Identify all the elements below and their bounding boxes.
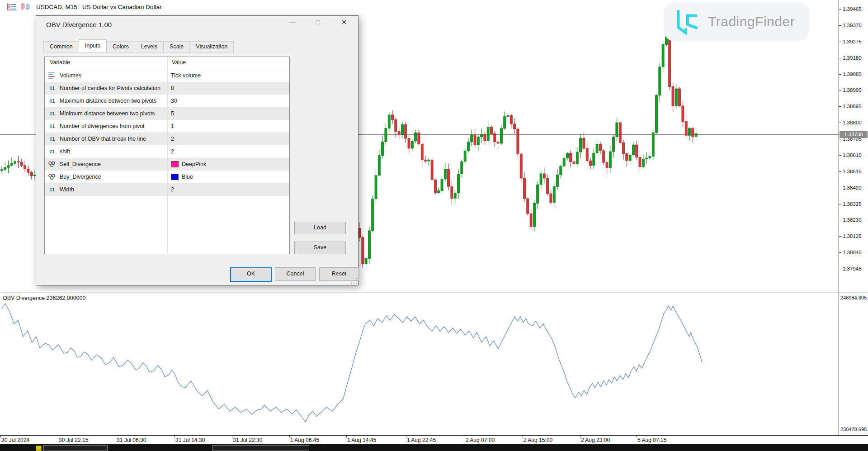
param-label: Width [60,186,74,193]
scale-separator[interactable] [839,0,839,435]
variable-column-header: Variable [50,59,70,66]
param-value[interactable]: 30 [171,98,177,104]
color-input-icon [48,161,56,167]
param-value[interactable]: 2 [171,148,174,155]
price-tick-label: 1.38230 [843,217,862,223]
indicator-name-label: OBV Divergence 236262.000000 [3,295,85,301]
price-tick-label: 1.39180 [843,55,862,61]
ok-button[interactable]: OK [230,267,272,282]
price-tick-label: 1.39465 [843,6,862,12]
integer-input-icon: 01 [48,98,56,104]
param-value-text: 8 [171,85,174,91]
param-label: Volumes [60,72,81,79]
column-divider[interactable] [167,57,168,254]
param-value[interactable]: 8 [171,85,174,91]
param-value[interactable]: 2 [171,136,174,142]
tab-inputs[interactable]: Inputs [79,39,107,52]
obv-indicator-panel[interactable]: OBV Divergence 236262.000000 [0,293,839,435]
dialog-tabs: CommonInputsColorsLevelsScaleVisualizati… [43,39,233,52]
tab-visualization[interactable]: Visualization [189,41,234,52]
price-tick-label: 1.38040 [843,250,862,255]
bottom-bar-tab-1[interactable] [43,445,108,451]
price-tick [839,9,841,9]
price-tick-label: 1.38610 [843,152,862,158]
tab-common[interactable]: Common [43,41,79,52]
save-button[interactable]: Save [294,242,346,254]
param-value[interactable]: 5 [171,110,174,117]
time-tick [580,436,580,437]
time-tick [232,436,232,437]
price-tick [839,220,841,220]
integer-input-icon: 01 [48,85,56,91]
integer-input-icon: 01 [48,136,56,142]
integer-input-icon: 01 [48,123,56,129]
time-label: 31 Jul 06:30 [117,437,146,443]
price-tick [839,236,841,237]
load-button[interactable]: Load [294,222,346,234]
param-value[interactable]: DeepPink [171,161,206,167]
price-tick-label: 1.38990 [843,87,862,93]
price-tick [839,90,841,90]
param-value-text: DeepPink [182,161,206,167]
param-value-text: 30 [171,98,177,104]
color-swatch [171,174,179,180]
price-scale[interactable]: 1.394651.393701.392751.391801.390851.389… [839,0,868,435]
param-label: Number of OBV that break the line [60,136,146,142]
param-label: Number of divergences from pivot [60,123,145,129]
time-label: 2 Aug 23:00 [581,437,610,443]
price-tick [839,123,841,123]
price-tick [839,252,841,253]
tab-colors[interactable]: Colors [106,41,135,52]
param-value-text: Blue [182,174,193,180]
indicator-scale-max: 246984.305 [840,295,867,300]
tradingfinder-logo-icon [674,8,702,36]
time-label: 1 Aug 06:45 [290,437,319,443]
time-label: 30 Jul 2024 [1,437,29,443]
param-value-text: 2 [171,136,174,142]
price-tick [839,204,841,204]
price-tick-label: 1.38800 [843,120,862,125]
indicator-list-icon[interactable] [7,3,17,10]
price-tick [839,269,841,269]
close-button[interactable]: × [335,16,353,29]
param-value[interactable]: 2 [171,186,174,193]
price-tick [839,42,841,42]
param-value-text: 5 [171,110,174,117]
integer-input-icon: 01 [48,187,56,192]
tradingfinder-brand-text: TradingFinder [708,14,795,29]
price-tick [839,139,841,139]
maximize-button[interactable]: □ [309,16,327,29]
tab-levels[interactable]: Levels [135,41,164,52]
indicator-scale-min: 230478.695 [840,427,867,432]
parameters-table[interactable]: Variable Value VolumesTick volume01Numbe… [44,57,290,254]
price-tick [839,171,841,172]
price-tick [839,25,841,26]
cancel-button[interactable]: Cancel [275,267,316,281]
time-label: 1 Aug 14:45 [347,437,376,443]
bottom-bar-tab-2[interactable] [212,445,309,451]
resize-grip[interactable] [351,278,357,284]
price-tick-label: 1.39275 [843,39,862,44]
bottom-bar-marker[interactable] [36,446,42,451]
time-label: 30 Jul 22:15 [59,437,88,443]
param-label: Number of candles for Pivots calculation [60,85,160,91]
price-tick-label: 1.38895 [843,104,862,109]
time-tick [637,436,637,437]
time-axis[interactable]: 30 Jul 202430 Jul 22:1531 Jul 06:3031 Ju… [0,436,868,444]
bottom-bar [0,444,868,451]
time-label: 31 Jul 22:30 [233,437,262,443]
param-value[interactable]: Tick volume [171,72,201,79]
price-tick [839,58,841,58]
param-label: Minimum distance between two pivots [60,110,155,117]
color-swatch [171,161,179,167]
param-label: Buy_Divergence [60,174,101,180]
time-label: 2 Aug 07:00 [466,437,495,443]
param-value[interactable]: 1 [171,123,174,129]
price-tick-label: 1.38135 [843,233,862,239]
integer-input-icon: 01 [48,149,56,154]
param-value[interactable]: Blue [171,174,193,180]
candles-icon[interactable] [20,3,31,10]
tab-scale[interactable]: Scale [163,41,190,52]
time-tick [175,436,175,437]
minimize-button[interactable]: — [283,16,301,29]
